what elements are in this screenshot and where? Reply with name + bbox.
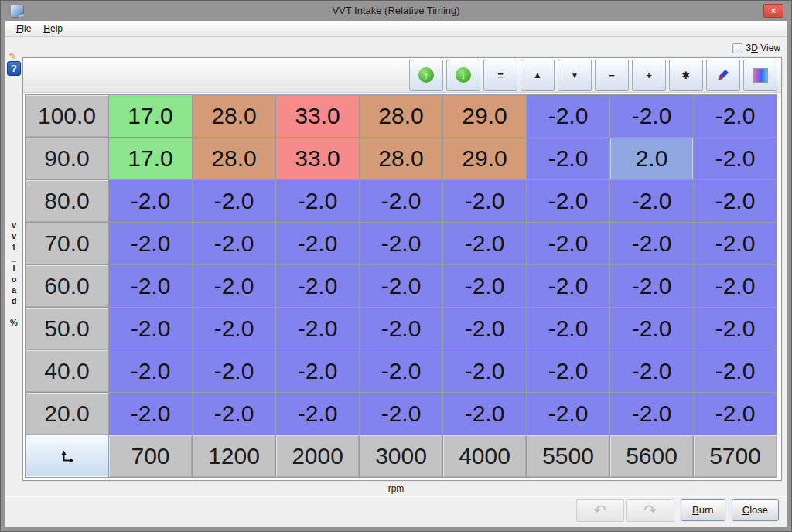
table-cell[interactable]: -2.0 <box>527 180 610 223</box>
view-3d-checkbox[interactable] <box>732 43 742 53</box>
row-header[interactable]: 40.0 <box>26 350 109 393</box>
table-cell[interactable]: 17.0 <box>109 95 193 138</box>
table-cell[interactable]: -2.0 <box>276 223 360 265</box>
table-cell[interactable]: -2.0 <box>276 393 360 435</box>
table-cell[interactable]: -2.0 <box>694 393 777 435</box>
table-cell[interactable]: 33.0 <box>276 138 360 180</box>
table-cell[interactable]: -2.0 <box>527 223 610 265</box>
table-cell[interactable]: -2.0 <box>360 350 443 393</box>
multiply-button[interactable]: ✱ <box>669 60 703 91</box>
table-cell[interactable]: -2.0 <box>527 265 610 308</box>
table-cell[interactable]: -2.0 <box>360 180 443 223</box>
table-cell[interactable]: -2.0 <box>276 350 360 393</box>
table-cell[interactable]: -2.0 <box>360 308 443 350</box>
table-cell[interactable]: -2.0 <box>109 350 193 393</box>
table-cell[interactable]: -2.0 <box>694 308 777 350</box>
row-header[interactable]: 60.0 <box>26 265 109 308</box>
table-cell[interactable]: -2.0 <box>694 223 777 265</box>
table-cell[interactable]: -2.0 <box>276 265 360 308</box>
table-cell[interactable]: -2.0 <box>109 265 193 308</box>
increment-up-button[interactable]: ▲ <box>521 60 555 91</box>
table-cell[interactable]: -2.0 <box>694 265 777 308</box>
col-header[interactable]: 5700 <box>694 435 777 478</box>
table-cell[interactable]: -2.0 <box>527 308 610 350</box>
increase-coarse-button[interactable]: ↑ <box>409 60 443 91</box>
close-window-button[interactable]: × <box>763 4 783 18</box>
col-header[interactable]: 2000 <box>276 435 360 478</box>
table-cell[interactable]: -2.0 <box>610 223 694 265</box>
table-cell[interactable]: -2.0 <box>193 308 276 350</box>
table-cell[interactable]: 29.0 <box>443 138 527 180</box>
table-cell[interactable]: -2.0 <box>610 95 694 138</box>
table-cell[interactable]: -2.0 <box>276 180 360 223</box>
table-cell[interactable]: 29.0 <box>443 95 527 138</box>
col-header[interactable]: 5600 <box>610 435 694 478</box>
table-cell[interactable]: 2.0 <box>610 138 694 180</box>
swap-axes-button[interactable] <box>26 435 109 478</box>
table-cell[interactable]: -2.0 <box>527 393 610 435</box>
color-scale-button[interactable] <box>743 60 777 91</box>
table-cell[interactable]: -2.0 <box>443 265 527 308</box>
table-cell[interactable]: -2.0 <box>193 223 276 265</box>
add-button[interactable]: + <box>632 60 666 91</box>
col-header[interactable]: 4000 <box>443 435 527 478</box>
row-header[interactable]: 80.0 <box>26 180 109 223</box>
col-header[interactable]: 700 <box>109 435 193 478</box>
table-cell[interactable]: -2.0 <box>109 223 193 265</box>
table-cell[interactable]: -2.0 <box>360 393 443 435</box>
row-header[interactable]: 50.0 <box>26 308 109 350</box>
row-header[interactable]: 90.0 <box>26 138 109 180</box>
table-cell[interactable]: -2.0 <box>443 223 527 265</box>
edit-table-icon[interactable]: ✎ <box>9 50 17 62</box>
table-cell[interactable]: -2.0 <box>527 138 610 180</box>
table-cell[interactable]: -2.0 <box>193 393 276 435</box>
table-cell[interactable]: -2.0 <box>443 180 527 223</box>
table-cell[interactable]: -2.0 <box>610 350 694 393</box>
table-cell[interactable]: 28.0 <box>193 138 276 180</box>
table-cell[interactable]: -2.0 <box>109 393 193 435</box>
row-header[interactable]: 100.0 <box>26 95 109 138</box>
help-icon[interactable]: ? <box>7 61 21 76</box>
row-header[interactable]: 70.0 <box>26 223 109 265</box>
view-3d-label[interactable]: 3D View <box>746 43 781 53</box>
table-cell[interactable]: -2.0 <box>527 350 610 393</box>
table-cell[interactable]: 17.0 <box>109 138 193 180</box>
table-cell[interactable]: -2.0 <box>610 180 694 223</box>
close-button[interactable]: Close <box>732 499 779 521</box>
table-cell[interactable]: 28.0 <box>193 95 276 138</box>
undo-button[interactable]: ↶ <box>576 499 624 522</box>
table-cell[interactable]: -2.0 <box>193 350 276 393</box>
table-cell[interactable]: -2.0 <box>109 308 193 350</box>
col-header[interactable]: 1200 <box>193 435 276 478</box>
table-cell[interactable]: -2.0 <box>193 180 276 223</box>
table-cell[interactable]: -2.0 <box>360 265 443 308</box>
table-cell[interactable]: -2.0 <box>694 95 777 138</box>
table-cell[interactable]: 28.0 <box>360 138 443 180</box>
decrease-coarse-button[interactable]: ↓ <box>446 60 480 91</box>
table-cell[interactable]: -2.0 <box>694 138 777 180</box>
table-cell[interactable]: -2.0 <box>694 180 777 223</box>
col-header[interactable]: 3000 <box>360 435 443 478</box>
table-cell[interactable]: -2.0 <box>610 265 694 308</box>
table-cell[interactable]: -2.0 <box>193 265 276 308</box>
title-bar[interactable]: VVT Intake (Relative Timing) × <box>5 0 787 21</box>
table-cell[interactable]: -2.0 <box>527 95 610 138</box>
table-cell[interactable]: -2.0 <box>443 308 527 350</box>
subtract-button[interactable]: − <box>595 60 629 91</box>
table-cell[interactable]: -2.0 <box>610 393 694 435</box>
set-equal-button[interactable]: = <box>483 60 517 91</box>
table-cell[interactable]: -2.0 <box>360 223 443 265</box>
table-cell[interactable]: -2.0 <box>109 180 193 223</box>
table-cell[interactable]: -2.0 <box>443 393 527 435</box>
table-cell[interactable]: -2.0 <box>610 308 694 350</box>
row-header[interactable]: 20.0 <box>26 393 109 435</box>
burn-button[interactable]: Burn <box>681 499 725 521</box>
table-cell[interactable]: -2.0 <box>276 308 360 350</box>
table-cell[interactable]: 28.0 <box>360 95 443 138</box>
redo-button[interactable]: ↷ <box>626 499 674 522</box>
increment-down-button[interactable]: ▼ <box>558 60 592 91</box>
table-cell[interactable]: -2.0 <box>694 350 777 393</box>
table-cell[interactable]: -2.0 <box>443 350 527 393</box>
col-header[interactable]: 5500 <box>527 435 610 478</box>
edit-cell-button[interactable] <box>706 60 740 91</box>
